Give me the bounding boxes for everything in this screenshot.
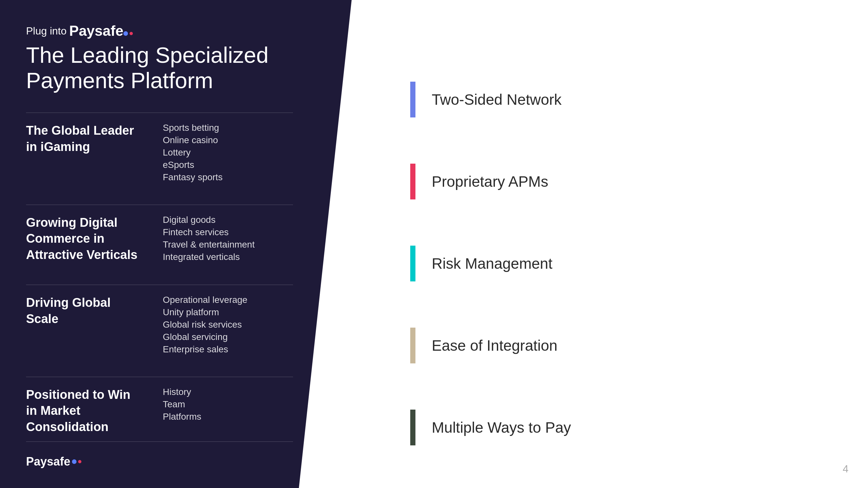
bullet-global-risk: Global risk services	[163, 320, 247, 330]
row-market-title: Positioned to Winin Market Consolidation	[26, 387, 143, 435]
content-layer: Plug into Paysafe The Leading Specialize…	[0, 0, 868, 488]
right-content: Two-Sided Network Proprietary APMs Risk …	[326, 0, 868, 488]
footer-dot-blue	[72, 459, 76, 464]
bullet-team: Team	[163, 399, 201, 410]
row-igaming-bullets: Sports betting Online casino Lottery eSp…	[163, 123, 223, 183]
bullet-platforms: Platforms	[163, 412, 201, 422]
plug-into-text: Plug into	[26, 25, 67, 37]
right-label-risk: Risk Management	[432, 255, 553, 272]
accent-bar-blue	[410, 82, 415, 118]
paysafe-name: Paysafe	[69, 23, 123, 39]
slide: Plug into Paysafe The Leading Specialize…	[0, 0, 868, 488]
row-digital-title: Growing Digital Commerce inAttractive Ve…	[26, 215, 143, 263]
paysafe-logo: Paysafe	[69, 23, 133, 39]
row-igaming-title: The Global Leaderin iGaming	[26, 123, 143, 155]
paysafe-dots	[123, 31, 133, 36]
page-number: 4	[843, 463, 848, 475]
row-market-bullets: History Team Platforms	[163, 387, 201, 422]
bullet-travel: Travel & entertainment	[163, 239, 255, 250]
row-digital-bullets: Digital goods Fintech services Travel & …	[163, 215, 255, 262]
accent-bar-pink	[410, 164, 415, 199]
row-scale-bullets: Operational leverage Unity platform Glob…	[163, 295, 247, 355]
right-item-risk: Risk Management	[410, 246, 816, 282]
right-item-ease: Ease of Integration	[410, 328, 816, 363]
bullet-integrated-verticals: Integrated verticals	[163, 252, 255, 262]
row-scale-heading: Driving GlobalScale	[26, 295, 143, 327]
bullet-operational: Operational leverage	[163, 295, 247, 305]
bullet-global-servicing: Global servicing	[163, 332, 247, 342]
bullet-digital-goods: Digital goods	[163, 215, 255, 225]
dot-blue-icon	[123, 31, 128, 36]
row-igaming: The Global Leaderin iGaming Sports betti…	[26, 112, 293, 189]
accent-bar-dark-green	[410, 410, 415, 445]
footer-paysafe-text: Paysafe	[26, 455, 70, 468]
rows-container: The Global Leaderin iGaming Sports betti…	[26, 112, 293, 442]
dot-pink-icon	[130, 32, 133, 35]
row-igaming-heading: The Global Leaderin iGaming	[26, 123, 143, 155]
bullet-enterprise: Enterprise sales	[163, 344, 247, 355]
right-label-ways-to-pay: Multiple Ways to Pay	[432, 419, 571, 436]
footer-logo: Paysafe	[26, 455, 293, 468]
footer-dot-pink	[78, 460, 82, 463]
right-item-two-sided: Two-Sided Network	[410, 82, 816, 118]
right-label-ease: Ease of Integration	[432, 337, 557, 354]
bullet-fintech: Fintech services	[163, 227, 255, 237]
main-title: The Leading Specialized Payments Platfor…	[26, 42, 293, 93]
right-item-apms: Proprietary APMs	[410, 164, 816, 199]
bullet-sports-betting: Sports betting	[163, 123, 223, 133]
left-content: Plug into Paysafe The Leading Specialize…	[0, 0, 319, 488]
bullet-fantasy-sports: Fantasy sports	[163, 172, 223, 183]
bullet-esports: eSports	[163, 160, 223, 170]
right-label-apms: Proprietary APMs	[432, 173, 548, 190]
right-item-ways-to-pay: Multiple Ways to Pay	[410, 410, 816, 445]
row-digital-commerce: Growing Digital Commerce inAttractive Ve…	[26, 205, 293, 269]
right-label-two-sided: Two-Sided Network	[432, 91, 562, 108]
bullet-history: History	[163, 387, 201, 397]
row-market-heading: Positioned to Winin Market Consolidation	[26, 387, 143, 435]
bullet-lottery: Lottery	[163, 148, 223, 158]
bullet-online-casino: Online casino	[163, 135, 223, 145]
row-scale-title: Driving GlobalScale	[26, 295, 143, 327]
accent-bar-tan	[410, 328, 415, 363]
row-global-scale: Driving GlobalScale Operational leverage…	[26, 285, 293, 361]
row-market-consolidation: Positioned to Winin Market Consolidation…	[26, 377, 293, 442]
accent-bar-teal	[410, 246, 415, 282]
footer-paysafe-dots	[72, 459, 82, 464]
bullet-unity: Unity platform	[163, 307, 247, 318]
header: Plug into Paysafe The Leading Specialize…	[26, 23, 293, 93]
plug-into-line: Plug into Paysafe	[26, 23, 293, 39]
row-digital-heading: Growing Digital Commerce inAttractive Ve…	[26, 215, 143, 263]
